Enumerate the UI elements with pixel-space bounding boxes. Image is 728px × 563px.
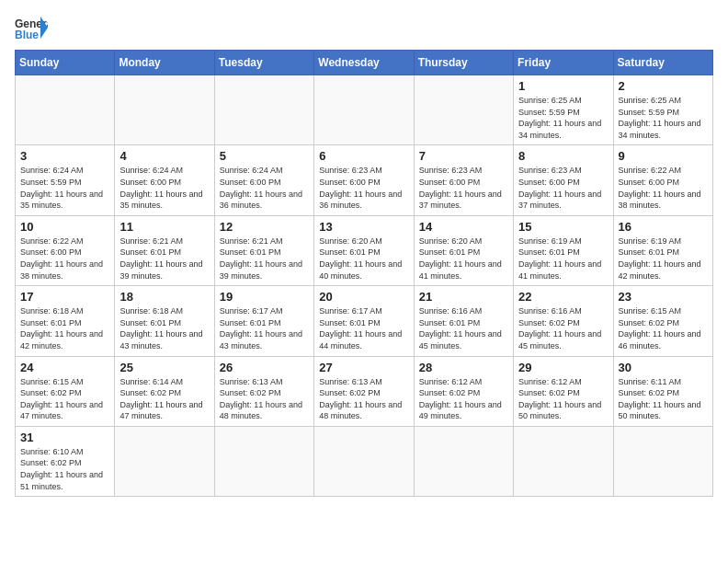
day-info: Sunrise: 6:25 AM Sunset: 5:59 PM Dayligh…: [518, 95, 608, 141]
day-number: 12: [220, 220, 309, 234]
svg-text:Blue: Blue: [15, 29, 39, 40]
calendar-cell: 24Sunrise: 6:15 AM Sunset: 6:02 PM Dayli…: [16, 356, 115, 426]
day-info: Sunrise: 6:18 AM Sunset: 6:01 PM Dayligh…: [20, 305, 109, 351]
calendar-cell: 23Sunrise: 6:15 AM Sunset: 6:02 PM Dayli…: [613, 286, 712, 356]
calendar-table: SundayMondayTuesdayWednesdayThursdayFrid…: [15, 50, 713, 497]
day-info: Sunrise: 6:19 AM Sunset: 6:01 PM Dayligh…: [619, 236, 708, 282]
day-number: 4: [119, 149, 209, 163]
weekday-header-row: SundayMondayTuesdayWednesdayThursdayFrid…: [16, 51, 713, 75]
calendar-cell: 22Sunrise: 6:16 AM Sunset: 6:02 PM Dayli…: [514, 286, 613, 356]
calendar-cell: 1Sunrise: 6:25 AM Sunset: 5:59 PM Daylig…: [514, 75, 613, 145]
calendar-cell: 16Sunrise: 6:19 AM Sunset: 6:01 PM Dayli…: [613, 215, 712, 285]
calendar-cell: 3Sunrise: 6:24 AM Sunset: 5:59 PM Daylig…: [16, 145, 115, 215]
day-number: 14: [419, 220, 508, 234]
day-number: 18: [119, 290, 209, 304]
calendar-week-row: 24Sunrise: 6:15 AM Sunset: 6:02 PM Dayli…: [16, 356, 713, 426]
day-number: 31: [20, 431, 109, 444]
calendar-cell: [414, 426, 513, 496]
calendar-cell: [214, 75, 313, 145]
calendar-cell: [613, 426, 712, 496]
day-info: Sunrise: 6:14 AM Sunset: 6:02 PM Dayligh…: [119, 376, 209, 422]
logo: General Blue: [15, 15, 51, 40]
day-number: 6: [319, 149, 408, 163]
day-info: Sunrise: 6:17 AM Sunset: 6:01 PM Dayligh…: [319, 305, 408, 351]
calendar-cell: 10Sunrise: 6:22 AM Sunset: 6:00 PM Dayli…: [16, 215, 115, 285]
page-header: General Blue: [15, 15, 713, 40]
calendar-cell: 27Sunrise: 6:13 AM Sunset: 6:02 PM Dayli…: [314, 356, 414, 426]
calendar-cell: [514, 426, 613, 496]
day-info: Sunrise: 6:12 AM Sunset: 6:02 PM Dayligh…: [518, 376, 608, 422]
day-number: 11: [119, 220, 209, 234]
weekday-header-wednesday: Wednesday: [314, 51, 414, 75]
weekday-header-friday: Friday: [514, 51, 613, 75]
weekday-header-sunday: Sunday: [16, 51, 115, 75]
calendar-cell: [16, 75, 115, 145]
calendar-cell: 15Sunrise: 6:19 AM Sunset: 6:01 PM Dayli…: [514, 215, 613, 285]
day-number: 3: [20, 149, 109, 163]
day-number: 24: [20, 361, 109, 374]
weekday-header-monday: Monday: [115, 51, 214, 75]
day-number: 1: [518, 79, 608, 93]
day-info: Sunrise: 6:11 AM Sunset: 6:02 PM Dayligh…: [619, 376, 708, 422]
calendar-cell: 9Sunrise: 6:22 AM Sunset: 6:00 PM Daylig…: [613, 145, 712, 215]
calendar-cell: 2Sunrise: 6:25 AM Sunset: 5:59 PM Daylig…: [613, 75, 712, 145]
day-number: 28: [419, 361, 508, 374]
calendar-cell: 25Sunrise: 6:14 AM Sunset: 6:02 PM Dayli…: [115, 356, 214, 426]
calendar-cell: 17Sunrise: 6:18 AM Sunset: 6:01 PM Dayli…: [16, 286, 115, 356]
calendar-week-row: 31Sunrise: 6:10 AM Sunset: 6:02 PM Dayli…: [16, 426, 713, 496]
day-info: Sunrise: 6:23 AM Sunset: 6:00 PM Dayligh…: [319, 165, 408, 211]
calendar-cell: 5Sunrise: 6:24 AM Sunset: 6:00 PM Daylig…: [214, 145, 313, 215]
calendar-cell: [115, 426, 214, 496]
calendar-cell: 11Sunrise: 6:21 AM Sunset: 6:01 PM Dayli…: [115, 215, 214, 285]
day-number: 10: [20, 220, 109, 234]
day-number: 5: [220, 149, 309, 163]
day-info: Sunrise: 6:13 AM Sunset: 6:02 PM Dayligh…: [319, 376, 408, 422]
day-number: 23: [619, 290, 708, 304]
logo-icon: General Blue: [15, 15, 48, 40]
weekday-header-thursday: Thursday: [414, 51, 513, 75]
day-info: Sunrise: 6:15 AM Sunset: 6:02 PM Dayligh…: [20, 376, 109, 422]
day-number: 17: [20, 290, 109, 304]
day-info: Sunrise: 6:20 AM Sunset: 6:01 PM Dayligh…: [319, 236, 408, 282]
calendar-cell: [214, 426, 313, 496]
day-info: Sunrise: 6:16 AM Sunset: 6:02 PM Dayligh…: [518, 305, 608, 351]
day-info: Sunrise: 6:20 AM Sunset: 6:01 PM Dayligh…: [419, 236, 508, 282]
day-number: 9: [619, 149, 708, 163]
calendar-cell: 7Sunrise: 6:23 AM Sunset: 6:00 PM Daylig…: [414, 145, 513, 215]
day-number: 26: [220, 361, 309, 374]
calendar-cell: 21Sunrise: 6:16 AM Sunset: 6:01 PM Dayli…: [414, 286, 513, 356]
day-info: Sunrise: 6:13 AM Sunset: 6:02 PM Dayligh…: [220, 376, 309, 422]
day-number: 19: [220, 290, 309, 304]
day-info: Sunrise: 6:21 AM Sunset: 6:01 PM Dayligh…: [220, 236, 309, 282]
day-info: Sunrise: 6:15 AM Sunset: 6:02 PM Dayligh…: [619, 305, 708, 351]
calendar-cell: 31Sunrise: 6:10 AM Sunset: 6:02 PM Dayli…: [16, 426, 115, 496]
calendar-week-row: 3Sunrise: 6:24 AM Sunset: 5:59 PM Daylig…: [16, 145, 713, 215]
calendar-cell: 14Sunrise: 6:20 AM Sunset: 6:01 PM Dayli…: [414, 215, 513, 285]
calendar-cell: 26Sunrise: 6:13 AM Sunset: 6:02 PM Dayli…: [214, 356, 313, 426]
day-number: 20: [319, 290, 408, 304]
calendar-cell: 28Sunrise: 6:12 AM Sunset: 6:02 PM Dayli…: [414, 356, 513, 426]
calendar-week-row: 1Sunrise: 6:25 AM Sunset: 5:59 PM Daylig…: [16, 75, 713, 145]
calendar-cell: 6Sunrise: 6:23 AM Sunset: 6:00 PM Daylig…: [314, 145, 414, 215]
calendar-week-row: 10Sunrise: 6:22 AM Sunset: 6:00 PM Dayli…: [16, 215, 713, 285]
day-number: 22: [518, 290, 608, 304]
day-number: 21: [419, 290, 508, 304]
day-number: 29: [518, 361, 608, 374]
day-info: Sunrise: 6:24 AM Sunset: 5:59 PM Dayligh…: [20, 165, 109, 211]
day-info: Sunrise: 6:12 AM Sunset: 6:02 PM Dayligh…: [419, 376, 508, 422]
day-info: Sunrise: 6:17 AM Sunset: 6:01 PM Dayligh…: [220, 305, 309, 351]
day-number: 27: [319, 361, 408, 374]
day-info: Sunrise: 6:18 AM Sunset: 6:01 PM Dayligh…: [119, 305, 209, 351]
calendar-cell: [314, 426, 414, 496]
day-number: 7: [419, 149, 508, 163]
calendar-cell: 8Sunrise: 6:23 AM Sunset: 6:00 PM Daylig…: [514, 145, 613, 215]
day-number: 16: [619, 220, 708, 234]
day-info: Sunrise: 6:23 AM Sunset: 6:00 PM Dayligh…: [419, 165, 508, 211]
calendar-cell: [115, 75, 214, 145]
calendar-cell: [314, 75, 414, 145]
day-number: 2: [619, 79, 708, 93]
day-info: Sunrise: 6:23 AM Sunset: 6:00 PM Dayligh…: [518, 165, 608, 211]
day-number: 13: [319, 220, 408, 234]
weekday-header-tuesday: Tuesday: [214, 51, 313, 75]
calendar-cell: 20Sunrise: 6:17 AM Sunset: 6:01 PM Dayli…: [314, 286, 414, 356]
